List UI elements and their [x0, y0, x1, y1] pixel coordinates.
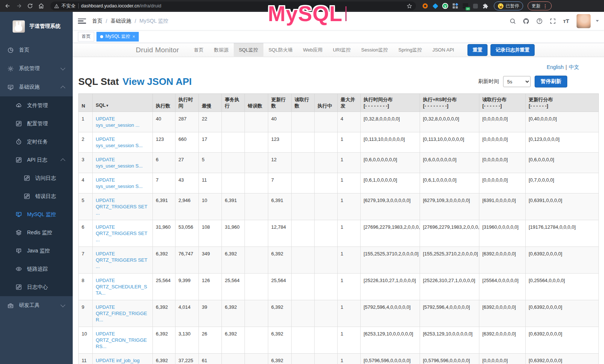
sql-link[interactable]: UPDATE QRTZ_FIRED_TRIGGER... [96, 304, 147, 322]
avatar-caret-icon[interactable] [596, 20, 599, 22]
view-json-api-link[interactable]: View JSON API [122, 76, 191, 87]
cell-sql: UPDATE QRTZ_CRON_TRIGGERS... [93, 327, 153, 354]
druid-nav-home[interactable]: 首页 [189, 43, 209, 57]
address-bar[interactable]: 不安全 dashboard.yudao.iocoder.cn/infra/dru… [50, 1, 416, 10]
sidebar-item-log-center[interactable]: 日志中心 [0, 278, 73, 296]
column-header[interactable]: 读取行分布[- - - - - -] [479, 94, 526, 112]
extension-misc-icon[interactable] [472, 3, 479, 9]
sql-link[interactable]: UPDATE sys_user_session S... [96, 136, 142, 148]
column-header[interactable]: SQL▼ [93, 94, 153, 112]
druid-nav-uri-monitor[interactable]: URI监控 [328, 43, 356, 57]
sidebar-item-system-management[interactable]: 系统管理 [0, 59, 73, 78]
sidebar-item-error-log[interactable]: 错误日志 [0, 187, 73, 205]
sql-link[interactable]: UPDATE QRTZ_SCHEDULER_STA... [96, 278, 147, 296]
github-icon[interactable] [521, 16, 531, 26]
cell-fetch-rows [292, 153, 315, 173]
hamburger-icon[interactable] [78, 18, 86, 24]
column-header[interactable]: 更新行分布[- - - - - -] [526, 94, 599, 112]
cell-exec-time: 4,014 [175, 300, 199, 327]
cell-tx-count: 25,564 [222, 274, 245, 300]
browser-reload-icon[interactable] [25, 1, 35, 11]
sidebar-item-home[interactable]: 首页 [0, 41, 73, 59]
sql-link[interactable]: UPDATE QRTZ_TRIGGERS SET ... [96, 198, 147, 216]
sidebar-item-scheduled-jobs[interactable]: 定时任务 [0, 133, 73, 151]
sql-link[interactable]: UPDATE sys_user_session ... [96, 116, 139, 128]
browser-back-icon[interactable] [3, 1, 13, 11]
reset-button[interactable]: 重置 [467, 44, 488, 56]
column-header[interactable]: 执行时间分布[- - - - - - - -] [361, 94, 420, 112]
druid-nav-sql-monitor[interactable]: SQL监控 [234, 43, 263, 57]
tag-active[interactable]: MySQL 监控× [96, 32, 139, 42]
close-icon[interactable]: × [132, 34, 135, 39]
sql-link[interactable]: UPDATE QRTZ_TRIGGERS SET ... [96, 251, 147, 269]
extension-donut-icon[interactable] [422, 3, 429, 9]
sql-link[interactable]: UPDATE inf_job_log SET e... [96, 358, 139, 364]
column-header[interactable]: 最大并发 [338, 94, 361, 112]
column-header[interactable]: 执行中 [315, 94, 338, 112]
breadcrumb-item[interactable]: 首页 [92, 18, 102, 24]
cell-fetch-rows [292, 354, 315, 364]
lang-chinese-link[interactable]: 中文 [569, 64, 579, 70]
extension-kite-icon[interactable] [432, 3, 439, 9]
chevron-up-icon [60, 158, 65, 163]
fullscreen-icon[interactable] [548, 16, 558, 26]
sidebar-item-infrastructure[interactable]: 基础设施 [0, 78, 73, 96]
extensions-puzzle-icon[interactable] [482, 3, 489, 9]
column-header[interactable]: 执行+RS时分布[- - - - - - - -] [420, 94, 479, 112]
refresh-interval-label: 刷新时间 [478, 78, 499, 85]
druid-nav-datasource[interactable]: 数据源 [209, 43, 234, 57]
sidebar-item-trace[interactable]: 链路追踪 [0, 260, 73, 278]
breadcrumb-item[interactable]: 基础设施 [111, 18, 131, 24]
on-badge: on [466, 7, 470, 10]
column-header[interactable]: 执行时间 [175, 94, 199, 112]
sql-link[interactable]: UPDATE sys_user_session S... [96, 157, 142, 169]
sidebar-item-mysql-monitor[interactable]: MySQL 监控 [0, 205, 73, 224]
browser-update-menu[interactable]: 更新 ⋮ [528, 1, 552, 10]
column-header[interactable]: 错误数 [245, 94, 268, 112]
extension-squares-icon[interactable] [452, 3, 459, 9]
column-header[interactable]: 最慢 [199, 94, 222, 112]
cell-fetch-row-dist: [6392,0,0,0,0,0] [479, 327, 526, 354]
cell-n: 11 [79, 354, 93, 364]
sidebar-item-access-log[interactable]: 访问日志 [0, 169, 73, 187]
extension-list-icon[interactable]: on [462, 3, 469, 9]
extension-green-icon[interactable]: y [442, 3, 449, 9]
help-icon[interactable] [534, 16, 545, 26]
sidebar-item-config-management[interactable]: 配置管理 [0, 115, 73, 133]
druid-nav-session-monitor[interactable]: Session监控 [356, 43, 393, 57]
browser-home-icon[interactable] [36, 1, 46, 11]
url-text[interactable]: dashboard.yudao.iocoder.cn/infra/druid [81, 3, 161, 9]
bookmark-star-icon[interactable] [407, 3, 412, 9]
column-header[interactable]: 执行数 [153, 94, 175, 112]
sql-link[interactable]: UPDATE QRTZ_TRIGGERS SET ... [96, 224, 147, 242]
security-label[interactable]: 不安全 [62, 3, 76, 9]
sidebar-item-java-monitor[interactable]: Java 监控 [0, 242, 73, 260]
druid-nav-spring-monitor[interactable]: Spring监控 [393, 43, 427, 57]
sidebar-item-file-management[interactable]: 文件管理 [0, 96, 73, 115]
pause-refresh-button[interactable]: 暂停刷新 [535, 76, 567, 87]
browser-forward-icon[interactable] [14, 1, 24, 11]
avatar[interactable] [577, 14, 591, 28]
tag-item[interactable]: 首页 [78, 32, 94, 42]
text-size-icon[interactable]: ᴛT [561, 16, 571, 26]
cell-exec-count: 123 [153, 132, 175, 153]
column-header[interactable]: 更新行数 [268, 94, 292, 112]
druid-nav-json-api[interactable]: JSON API [427, 43, 459, 57]
sidebar-logo[interactable]: 芋道管理系统 [0, 12, 73, 41]
column-header[interactable]: N [79, 94, 93, 112]
sidebar-item-dev-tools[interactable]: 研发工具 [0, 296, 73, 315]
refresh-interval-select[interactable]: 5s [503, 76, 531, 87]
sql-link[interactable]: UPDATE QRTZ_CRON_TRIGGERS... [96, 331, 147, 349]
column-header[interactable]: 事务执行 [222, 94, 245, 112]
druid-nav-sql-firewall[interactable]: SQL防火墙 [263, 43, 298, 57]
search-icon[interactable] [508, 16, 518, 26]
cell-error-count [245, 112, 268, 132]
log-and-reset-button[interactable]: 记录日志并重置 [490, 44, 535, 56]
profile-paused-pill[interactable]: 已暂停 [494, 1, 523, 10]
druid-nav-web-app[interactable]: Web应用 [298, 43, 328, 57]
sidebar-item-api-logs[interactable]: API 日志 [0, 151, 73, 169]
column-header[interactable]: 读取行数 [292, 94, 315, 112]
sql-link[interactable]: UPDATE sys_user_session S... [96, 177, 142, 189]
sidebar-item-redis-monitor[interactable]: Redis 监控 [0, 224, 73, 242]
lang-english-link[interactable]: English [546, 64, 564, 70]
